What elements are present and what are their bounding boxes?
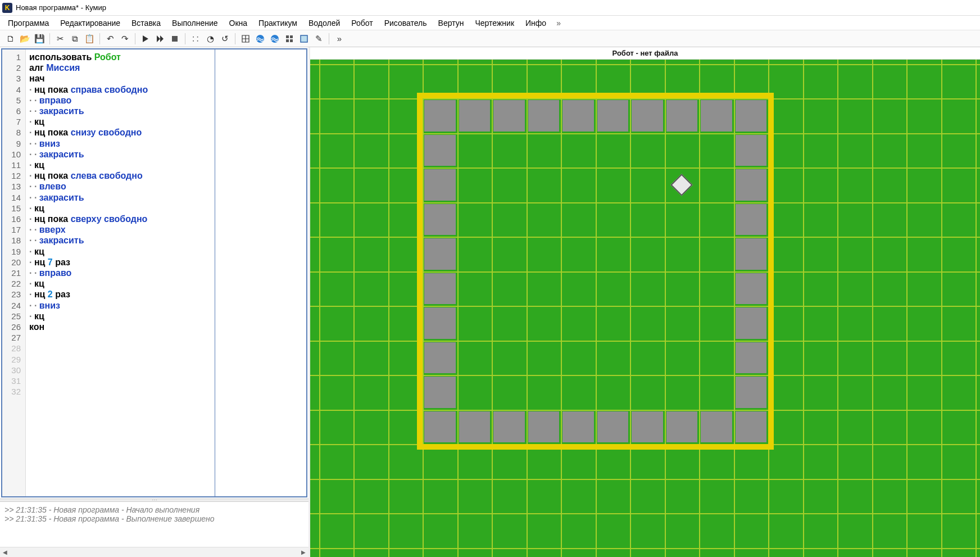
code-line[interactable]: · кц [29, 278, 211, 289]
line-number: 24 [2, 300, 21, 311]
toolbar-separator [99, 33, 100, 44]
code-line[interactable]: нач [29, 73, 211, 84]
open-file-icon[interactable]: 📂 [18, 32, 31, 46]
code-line[interactable]: · · закрасить [29, 192, 211, 203]
tool-water2-icon[interactable] [268, 32, 282, 46]
line-number: 31 [2, 375, 21, 386]
line-number: 25 [2, 311, 21, 321]
code-line[interactable]: · · вниз [29, 138, 211, 149]
console-output[interactable]: >> 21:31:35 - Новая программа - Начало в… [0, 502, 308, 547]
code-line[interactable]: алг Миссия [29, 62, 211, 73]
code-line[interactable]: · · вниз [29, 300, 211, 311]
copy-icon[interactable]: ⧉ [68, 32, 81, 46]
console-line: >> 21:31:35 - Новая программа - Начало в… [4, 505, 304, 514]
menu-4[interactable]: Окна [225, 17, 252, 29]
line-number: 1 [2, 52, 21, 62]
tool-frame-icon[interactable] [297, 32, 311, 46]
window-title: Новая программа* - Кумир [16, 3, 106, 12]
menu-8[interactable]: Рисователь [380, 17, 432, 29]
menu-0[interactable]: Программа [3, 17, 53, 29]
menu-7[interactable]: Робот [347, 17, 377, 29]
grid-vline [319, 60, 320, 557]
code-line[interactable]: · · влево [29, 181, 211, 192]
code-line[interactable]: · нц пока сверху свободно [29, 214, 211, 224]
code-editor[interactable]: 1234567891011121314151617181920212223242… [1, 48, 307, 497]
line-number: 20 [2, 257, 21, 268]
code-line[interactable]: · · закрасить [29, 149, 211, 160]
line-number: 17 [2, 224, 21, 235]
menu-6[interactable]: Водолей [304, 17, 344, 29]
save-file-icon[interactable]: 💾 [33, 32, 46, 46]
menu-10[interactable]: Чертежник [470, 17, 519, 29]
menu-9[interactable]: Вертун [434, 17, 469, 29]
line-number: 11 [2, 160, 21, 170]
line-number: 23 [2, 289, 21, 300]
code-line[interactable]: · кц [29, 160, 211, 170]
new-file-icon[interactable]: 🗋 [3, 32, 17, 46]
redo-icon[interactable]: ↷ [118, 32, 131, 46]
toolbar-separator [329, 33, 329, 44]
tool-grid1-icon[interactable] [239, 32, 252, 46]
code-line[interactable]: · кц [29, 311, 211, 321]
cut-icon[interactable]: ✂ [53, 32, 67, 46]
code-line[interactable]: · нц пока снизу свободно [29, 127, 211, 138]
code-line[interactable]: · нц 2 раз [29, 289, 211, 300]
scroll-track[interactable] [10, 549, 298, 556]
line-number: 5 [2, 95, 21, 106]
run-icon[interactable] [139, 32, 152, 46]
tool-water1-icon[interactable] [253, 32, 267, 46]
stop-icon[interactable] [168, 32, 182, 46]
menu-3[interactable]: Выполнение [167, 17, 222, 29]
code-line[interactable]: кон [29, 321, 211, 332]
code-line[interactable]: · кц [29, 116, 211, 127]
toolbar-overflow[interactable]: » [333, 32, 346, 46]
line-number: 2 [2, 62, 21, 73]
menu-11[interactable]: Инфо [521, 17, 551, 29]
code-line[interactable]: использовать Робот [29, 52, 211, 62]
line-number: 8 [2, 127, 21, 138]
titlebar: K Новая программа* - Кумир [0, 0, 980, 16]
menu-2[interactable]: Вставка [127, 17, 165, 29]
paste-icon[interactable]: 📋 [83, 32, 96, 46]
grid-hline [310, 513, 980, 514]
step-icon[interactable] [153, 32, 167, 46]
code-line[interactable]: · кц [29, 246, 211, 257]
tool-pen-icon[interactable]: ✎ [312, 32, 325, 46]
code-content[interactable]: использовать Роботалг Миссиянач· нц пока… [26, 49, 306, 496]
tool-a-icon[interactable]: ⸬ [189, 32, 202, 46]
menu-1[interactable]: Редактирование [56, 17, 125, 29]
tool-grid2-icon[interactable] [283, 32, 296, 46]
robot-field[interactable] [310, 60, 980, 557]
tool-c-icon[interactable]: ↺ [218, 32, 232, 46]
grid-vline [976, 60, 977, 557]
scroll-left-arrow[interactable]: ◀ [0, 548, 10, 557]
undo-icon[interactable]: ↶ [103, 32, 117, 46]
app-icon: K [2, 3, 12, 13]
code-line[interactable]: · · закрасить [29, 235, 211, 246]
horizontal-scrollbar[interactable]: ◀ ▶ [0, 547, 308, 557]
scroll-right-arrow[interactable]: ▶ [298, 548, 308, 557]
code-line[interactable]: · нц пока справа свободно [29, 84, 211, 95]
tool-b-icon[interactable]: ◔ [203, 32, 217, 46]
code-line[interactable]: · нц пока слева свободно [29, 170, 211, 181]
code-line[interactable]: · нц 7 раз [29, 257, 211, 268]
toolbar-separator [235, 33, 235, 44]
line-number: 28 [2, 343, 21, 354]
wall-frame [417, 93, 774, 450]
robot-pane: Робот - нет файла [310, 47, 980, 557]
line-number: 16 [2, 214, 21, 224]
line-number: 22 [2, 278, 21, 289]
menu-overflow[interactable]: » [553, 17, 564, 29]
line-number: 12 [2, 170, 21, 181]
code-line[interactable] [29, 332, 211, 343]
code-line[interactable]: · · закрасить [29, 106, 211, 116]
code-line[interactable]: · · вправо [29, 268, 211, 278]
grid-vline [872, 60, 873, 557]
code-line[interactable]: · · вправо [29, 95, 211, 106]
code-line[interactable]: · кц [29, 203, 211, 214]
code-line[interactable]: · · вверх [29, 224, 211, 235]
menu-5[interactable]: Практикум [254, 17, 302, 29]
line-number: 3 [2, 73, 21, 84]
line-number: 26 [2, 321, 21, 332]
grid-vline [353, 60, 355, 557]
